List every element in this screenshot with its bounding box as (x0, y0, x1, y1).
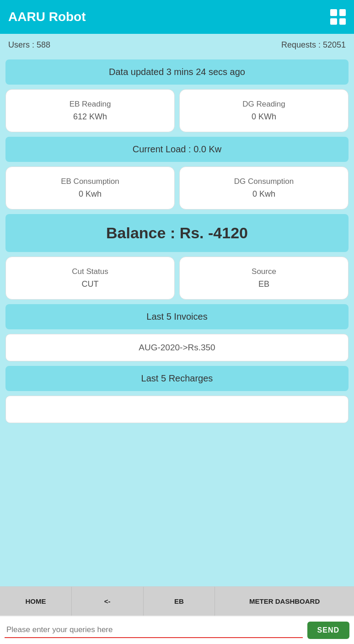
requests-label: Requests : 52051 (281, 40, 346, 50)
send-button[interactable]: SEND (307, 622, 349, 639)
query-input[interactable] (5, 623, 303, 638)
current-load-label: Current Load : 0.0 Kw (133, 144, 222, 154)
query-bar: SEND (0, 616, 354, 644)
back-button[interactable]: <- (72, 587, 144, 616)
dg-reading-value: 0 KWh (184, 110, 343, 123)
status-row: Cut Status CUT Source EB (5, 257, 349, 300)
cut-status-label: Cut Status (11, 265, 170, 278)
recharges-empty (5, 396, 349, 423)
balance-label: Balance : Rs. -4120 (106, 224, 248, 242)
eb-consumption-card: EB Consumption 0 Kwh (5, 166, 175, 209)
recharges-label: Last 5 Recharges (141, 373, 213, 383)
data-update-message: Data updated 3 mins 24 secs ago (109, 67, 245, 77)
meter-dashboard-button[interactable]: METER DASHBOARD (215, 587, 354, 616)
eb-reading-card: EB Reading 612 KWh (5, 89, 175, 132)
invoices-banner: Last 5 Invoices (5, 304, 349, 329)
cut-status-value: CUT (11, 278, 170, 291)
consumption-row: EB Consumption 0 Kwh DG Consumption 0 Kw… (5, 166, 349, 209)
dg-consumption-card: DG Consumption 0 Kwh (179, 166, 349, 209)
grid-icon[interactable] (330, 9, 346, 25)
dg-consumption-label: DG Consumption (184, 175, 343, 188)
data-update-banner: Data updated 3 mins 24 secs ago (5, 59, 349, 85)
dg-consumption-value: 0 Kwh (184, 188, 343, 201)
eb-consumption-label: EB Consumption (11, 175, 170, 188)
invoices-label: Last 5 Invoices (146, 311, 207, 322)
cut-status-card: Cut Status CUT (5, 257, 175, 300)
source-value: EB (184, 278, 343, 291)
readings-row: EB Reading 612 KWh DG Reading 0 KWh (5, 89, 349, 132)
invoice-item-0-text: AUG-2020->Rs.350 (139, 343, 215, 352)
main-content: Data updated 3 mins 24 secs ago EB Readi… (0, 56, 354, 586)
current-load-banner: Current Load : 0.0 Kw (5, 137, 349, 162)
dg-reading-label: DG Reading (184, 98, 343, 110)
balance-banner: Balance : Rs. -4120 (5, 214, 349, 252)
stats-bar: Users : 588 Requests : 52051 (0, 34, 354, 56)
eb-reading-label: EB Reading (11, 98, 170, 110)
eb-consumption-value: 0 Kwh (11, 188, 170, 201)
source-label: Source (184, 265, 343, 278)
recharges-banner: Last 5 Recharges (5, 366, 349, 391)
bottom-nav: HOME <- EB METER DASHBOARD (0, 586, 354, 616)
dg-reading-card: DG Reading 0 KWh (179, 89, 349, 132)
eb-button[interactable]: EB (144, 587, 215, 616)
app-title: AARU Robot (8, 10, 86, 24)
source-card: Source EB (179, 257, 349, 300)
eb-reading-value: 612 KWh (11, 110, 170, 123)
home-button[interactable]: HOME (0, 587, 72, 616)
app-header: AARU Robot (0, 0, 354, 34)
invoice-item-0: AUG-2020->Rs.350 (5, 334, 349, 361)
users-label: Users : 588 (8, 40, 50, 50)
